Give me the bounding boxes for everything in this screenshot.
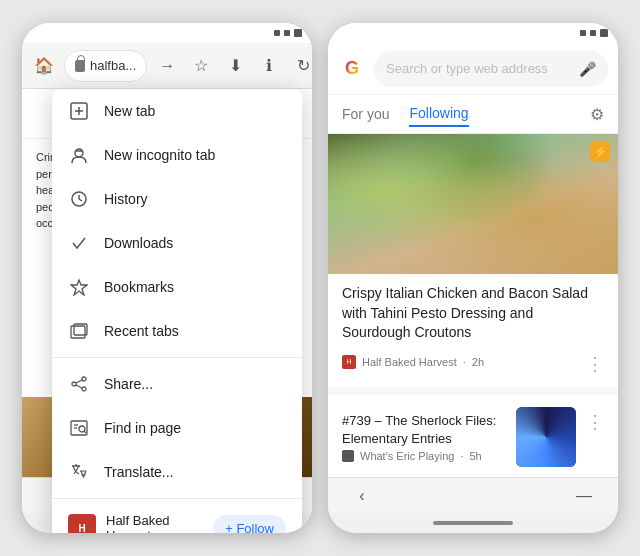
small-article-thumbnail (516, 407, 576, 467)
incognito-icon (68, 144, 90, 166)
right-home-bar (328, 513, 618, 533)
downloads-label: Downloads (104, 235, 286, 251)
recent-tabs-label: Recent tabs (104, 323, 286, 339)
menu-share[interactable]: Share... (52, 362, 302, 406)
browser-address-bar: 🏠 halfba... → ☆ ⬇ ℹ ↻ (22, 43, 312, 89)
tab-for-you[interactable]: For you (342, 102, 389, 126)
svg-point-11 (82, 377, 86, 381)
translate-icon (68, 461, 90, 483)
download-button[interactable]: ⬇ (221, 52, 249, 80)
context-menu: New tab New incognito tab (52, 89, 302, 533)
right-home-indicator-bar (433, 521, 513, 525)
battery-icon-right (600, 29, 608, 37)
site-favicon: H (68, 514, 96, 533)
menu-follow-item: H Half Baked Harvest + Follow (52, 503, 302, 533)
tabs-icon (68, 320, 90, 342)
menu-divider-2 (52, 498, 302, 499)
right-browser-bar: G Search or type web address 🎤 (328, 43, 618, 95)
forward-button[interactable]: → (153, 52, 181, 80)
svg-line-14 (76, 380, 82, 383)
feed-content: ⚡ Crispy Italian Chicken and Bacon Salad… (328, 134, 618, 477)
google-logo: G (338, 55, 366, 83)
menu-downloads[interactable]: Downloads (52, 221, 302, 265)
article-time-separator: · (463, 356, 466, 368)
lock-icon (75, 60, 85, 72)
translate-label: Translate... (104, 464, 286, 480)
featured-article-title: Crispy Italian Chicken and Bacon Salad w… (342, 284, 604, 343)
menu-find-in-page[interactable]: Find in page (52, 406, 302, 450)
right-back-button[interactable]: ‹ (348, 482, 376, 510)
signal-icon-right (580, 30, 586, 36)
menu-translate[interactable]: Translate... (52, 450, 302, 494)
svg-marker-8 (71, 280, 87, 295)
find-in-page-label: Find in page (104, 420, 286, 436)
follow-label: + Follow (225, 521, 274, 534)
svg-line-18 (84, 431, 86, 433)
source-favicon: H (342, 355, 356, 369)
menu-new-tab[interactable]: New tab (52, 89, 302, 133)
microphone-icon[interactable]: 🎤 (579, 61, 596, 77)
home-button[interactable]: 🏠 (30, 52, 58, 80)
bookmark-button[interactable]: ☆ (187, 52, 215, 80)
new-incognito-label: New incognito tab (104, 147, 286, 163)
small-article-card[interactable]: #739 – The Sherlock Files: Elementary En… (328, 395, 618, 477)
small-article-time: 5h (469, 450, 481, 462)
plus-square-icon (68, 100, 90, 122)
info-button[interactable]: ℹ (255, 52, 283, 80)
svg-line-15 (76, 385, 82, 388)
left-phone: 🏠 halfba... → ☆ ⬇ ℹ ↻ HALF HAR Crinkled … (22, 23, 312, 533)
small-article-source: What's Eric Playing (360, 450, 454, 462)
share-label: Share... (104, 376, 286, 392)
address-pill[interactable]: halfba... (64, 50, 147, 82)
featured-article-image: ⚡ (328, 134, 618, 274)
small-source-favicon (342, 450, 354, 462)
wifi-icon-right (590, 30, 596, 36)
featured-article-meta: H Half Baked Harvest · 2h ⋮ (342, 349, 604, 375)
small-card-content: #739 – The Sherlock Files: Elementary En… (342, 412, 506, 462)
menu-recent-tabs[interactable]: Recent tabs (52, 309, 302, 353)
svg-line-7 (79, 199, 82, 201)
share-icon (68, 373, 90, 395)
featured-article-card[interactable]: ⚡ Crispy Italian Chicken and Bacon Salad… (328, 134, 618, 387)
small-article-meta: What's Eric Playing · 5h (342, 450, 506, 462)
svg-point-12 (72, 382, 76, 386)
small-card-more-options-icon[interactable]: ⋮ (586, 411, 604, 433)
svg-point-13 (82, 387, 86, 391)
lightning-badge: ⚡ (590, 142, 610, 162)
svg-rect-9 (71, 326, 85, 338)
more-options-icon[interactable]: ⋮ (586, 353, 604, 375)
featured-card-body: Crispy Italian Chicken and Bacon Salad w… (328, 274, 618, 387)
settings-icon[interactable]: ⚙ (590, 105, 604, 124)
battery-icon (294, 29, 302, 37)
follow-site-name: Half Baked Harvest (106, 513, 203, 533)
right-status-bar (328, 23, 618, 43)
left-status-bar (22, 23, 312, 43)
search-placeholder: Search or type web address (386, 61, 548, 76)
star-icon (68, 276, 90, 298)
signal-icon (274, 30, 280, 36)
right-home-indicator[interactable]: — (570, 482, 598, 510)
refresh-button[interactable]: ↻ (289, 52, 312, 80)
feed-tabs: For you Following ⚙ (328, 95, 618, 134)
menu-divider-1 (52, 357, 302, 358)
history-label: History (104, 191, 286, 207)
checkmark-icon (68, 232, 90, 254)
article-source: Half Baked Harvest (362, 356, 457, 368)
menu-bookmarks[interactable]: Bookmarks (52, 265, 302, 309)
wifi-icon (284, 30, 290, 36)
search-bar[interactable]: Search or type web address 🎤 (374, 51, 608, 87)
right-phone: G Search or type web address 🎤 For you F… (328, 23, 618, 533)
find-icon (68, 417, 90, 439)
svg-point-3 (75, 149, 83, 157)
menu-new-incognito-tab[interactable]: New incognito tab (52, 133, 302, 177)
new-tab-label: New tab (104, 103, 286, 119)
tab-following[interactable]: Following (409, 101, 468, 127)
url-text: halfba... (90, 58, 136, 73)
bookmarks-label: Bookmarks (104, 279, 286, 295)
article-time: 2h (472, 356, 484, 368)
follow-button[interactable]: + Follow (213, 515, 286, 534)
menu-history[interactable]: History (52, 177, 302, 221)
right-bottom-nav: ‹ — (328, 477, 618, 513)
small-article-title: #739 – The Sherlock Files: Elementary En… (342, 412, 506, 448)
clock-icon (68, 188, 90, 210)
